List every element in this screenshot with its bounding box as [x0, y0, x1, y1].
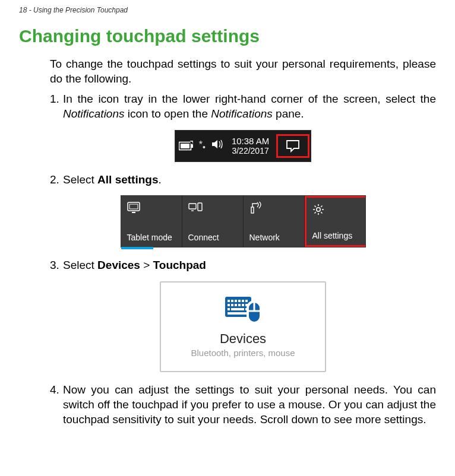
svg-rect-26 [231, 304, 233, 306]
step-1-text-b: icon to open the [125, 107, 211, 120]
battery-icon [179, 141, 193, 151]
step-4-text: Now you can adjust the settings to suit … [63, 383, 436, 425]
speaker-icon [211, 139, 225, 153]
tile-label: Network [249, 233, 280, 242]
svg-rect-21 [235, 300, 237, 302]
gear-icon [312, 204, 324, 217]
step-2-text-b: . [159, 173, 162, 186]
system-tray-figure: *• 10:38 AM 3/22/2017 [175, 130, 312, 162]
step-1-text-a: In the icon tray in the lower right-hand… [63, 93, 436, 105]
svg-rect-29 [242, 304, 244, 306]
svg-rect-23 [242, 300, 244, 302]
svg-rect-22 [238, 300, 241, 302]
page-header: 18 - Using the Precision Touchpad [19, 6, 436, 14]
tile-all-settings-highlighted[interactable]: All settings [305, 196, 365, 247]
svg-rect-6 [189, 204, 196, 209]
svg-rect-19 [228, 300, 230, 302]
tray-time: 10:38 AM [232, 136, 269, 146]
tray-clock: 10:38 AM 3/22/2017 [232, 136, 269, 156]
tile-tablet-mode[interactable]: Tablet mode [121, 196, 182, 247]
tile-connect[interactable]: Connect [182, 196, 244, 247]
svg-line-17 [321, 206, 322, 207]
step-1-text-c: pane. [273, 107, 304, 120]
devices-icon [174, 293, 312, 325]
svg-point-9 [316, 208, 320, 211]
step-1-notifications-word: Notifications [63, 107, 125, 120]
step-1-notifications-word-2: Notifications [211, 107, 273, 120]
tile-label: Connect [188, 233, 219, 242]
step-1: In the icon tray in the lower right-hand… [50, 92, 436, 121]
section-title: Changing touchpad settings [19, 26, 436, 46]
svg-rect-24 [245, 300, 248, 302]
svg-rect-8 [251, 207, 254, 213]
step-3-bold-2: Touchpad [153, 259, 206, 271]
wifi-icon: *• [199, 139, 206, 152]
step-3-text-a: Select [63, 259, 97, 271]
devices-tile[interactable]: Devices Bluetooth, printers, mouse [160, 281, 326, 372]
svg-rect-20 [231, 300, 233, 302]
step-3-bold-1: Devices [97, 259, 140, 271]
svg-rect-27 [235, 304, 237, 306]
tile-label: All settings [312, 231, 353, 240]
notifications-icon [286, 139, 300, 153]
svg-rect-28 [238, 304, 241, 306]
svg-rect-34 [228, 312, 248, 315]
devices-tile-title: Devices [174, 331, 312, 347]
svg-line-16 [314, 212, 315, 214]
svg-rect-5 [129, 204, 138, 209]
step-4: Now you can adjust the settings to suit … [50, 383, 436, 427]
network-icon [249, 202, 263, 217]
step-3-sep: > [140, 259, 153, 271]
svg-rect-31 [228, 308, 230, 310]
notifications-icon-highlighted[interactable] [276, 134, 309, 158]
svg-rect-1 [181, 144, 189, 148]
svg-line-14 [314, 206, 315, 207]
svg-rect-32 [231, 308, 244, 310]
tray-date: 3/22/2017 [232, 146, 269, 156]
intro-text: To change the touchpad settings to suit … [50, 57, 436, 86]
step-2-text-a: Select [63, 173, 97, 186]
svg-rect-25 [228, 304, 230, 306]
accent-underline [121, 247, 153, 249]
step-2: Select All settings. [50, 173, 436, 188]
devices-tile-subtitle: Bluetooth, printers, mouse [174, 348, 312, 358]
svg-rect-7 [198, 203, 202, 211]
tile-network[interactable]: Network [244, 196, 305, 247]
svg-line-15 [321, 212, 322, 214]
tablet-mode-icon [127, 202, 140, 215]
step-3: Select Devices > Touchpad [50, 258, 436, 273]
connect-icon [188, 202, 203, 215]
svg-rect-2 [191, 144, 193, 148]
quick-actions-figure: Tablet mode Connect [121, 195, 366, 247]
tile-label: Tablet mode [127, 233, 172, 242]
step-2-bold: All settings [97, 173, 158, 186]
